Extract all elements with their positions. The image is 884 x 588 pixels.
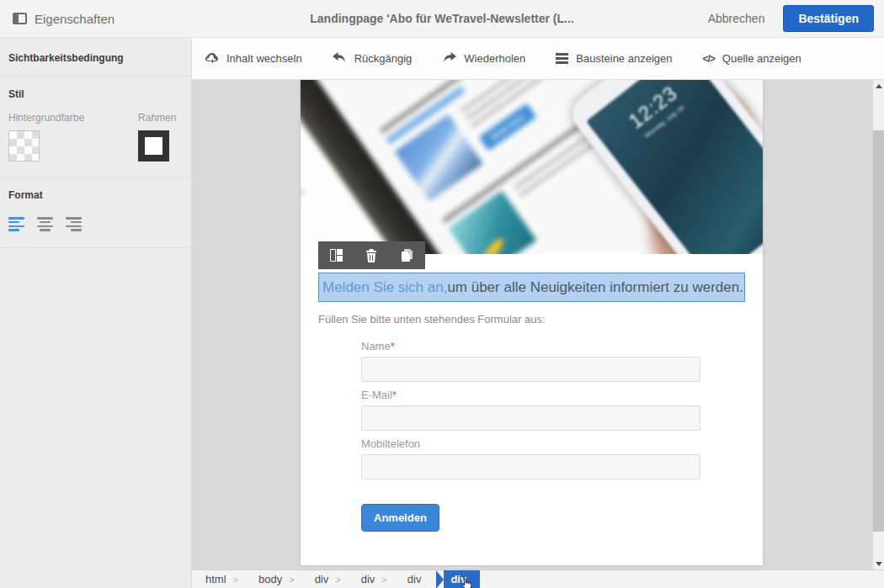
scrollbar-thumb[interactable] xyxy=(873,130,884,532)
redo-button[interactable]: Wiederholen xyxy=(442,52,525,65)
undo-button[interactable]: Rückgängig xyxy=(333,52,413,65)
properties-sidebar: Sichtbarkeitsbedingung Stil Hintergrundf… xyxy=(0,38,192,588)
hero-image[interactable]: Read more xyxy=(301,80,763,254)
breadcrumb-item-body[interactable]: body> xyxy=(245,570,301,588)
editor-canvas: Read more xyxy=(192,80,884,569)
dom-path-breadcrumb: html> body> div> div> div div xyxy=(192,569,884,588)
style-section: Stil Hintergrundfarbe Rahmen xyxy=(0,77,191,177)
background-color-swatch[interactable] xyxy=(8,130,40,162)
signup-form: Name* E-Mail* Mobiltelefon Anmelden xyxy=(361,340,700,532)
properties-panel-label: Eigenschaften xyxy=(35,12,114,26)
breadcrumb-separator: > xyxy=(328,575,340,585)
format-section: Format xyxy=(0,177,191,248)
properties-panel-toggle[interactable]: Eigenschaften xyxy=(0,12,114,26)
submit-button[interactable]: Anmelden xyxy=(361,504,439,532)
selected-heading-block[interactable]: Melden Sie sich an, um über alle Neuigke… xyxy=(318,273,745,302)
name-field[interactable] xyxy=(361,357,700,382)
blocks-icon xyxy=(556,53,568,64)
name-field-label: Name* xyxy=(361,340,700,352)
required-asterisk: * xyxy=(391,340,395,352)
copy-icon[interactable] xyxy=(400,248,414,262)
style-section-title: Stil xyxy=(8,88,183,100)
scroll-up-arrow[interactable] xyxy=(873,80,884,92)
heading-rest-text: um über alle Neuigkeiten informiert zu w… xyxy=(447,279,743,296)
align-left-icon[interactable] xyxy=(8,216,24,232)
align-center-icon[interactable] xyxy=(37,216,53,232)
source-code-icon: </> xyxy=(702,53,714,65)
show-source-button[interactable]: </> Quelle anzeigen xyxy=(702,52,801,65)
breadcrumb-item-div-1[interactable]: div> xyxy=(301,570,348,588)
cancel-button[interactable]: Abbrechen xyxy=(708,12,765,25)
layout-icon[interactable] xyxy=(329,248,343,262)
swap-content-icon xyxy=(205,52,219,66)
background-color-label: Hintergrundfarbe xyxy=(8,112,84,124)
breadcrumb-separator: > xyxy=(375,575,386,585)
show-blocks-button[interactable]: Bausteine anzeigen xyxy=(556,52,672,65)
block-overlay-toolbar xyxy=(318,241,425,269)
hand-cursor-icon xyxy=(461,577,473,588)
top-bar: Eigenschaften Landingpage 'Abo für WeTra… xyxy=(0,0,884,38)
breadcrumb-item-html[interactable]: html> xyxy=(192,570,245,588)
breadcrumb-active-arrow xyxy=(436,570,444,588)
breadcrumb-separator: > xyxy=(282,575,294,585)
form-intro-text[interactable]: Füllen Sie bitte unten stehendes Formula… xyxy=(318,313,745,326)
breadcrumb-item-div-4-active[interactable]: div xyxy=(444,570,480,588)
visibility-condition-section[interactable]: Sichtbarkeitsbedingung xyxy=(0,38,191,77)
hero-read-more-button: Read more xyxy=(478,103,536,151)
page-document[interactable]: Read more xyxy=(301,80,763,565)
show-blocks-label: Bausteine anzeigen xyxy=(576,52,672,65)
border-label: Rahmen xyxy=(138,112,176,124)
switch-content-label: Inhalt wechseln xyxy=(226,52,302,65)
breadcrumb-item-div-2[interactable]: div> xyxy=(348,570,394,588)
heading-link-text: Melden Sie sich an, xyxy=(322,279,447,296)
undo-label: Rückgängig xyxy=(354,52,413,65)
redo-label: Wiederholen xyxy=(464,52,525,65)
email-field-label: E-Mail* xyxy=(361,389,700,401)
format-section-title: Format xyxy=(8,189,183,201)
page-title: Landingpage 'Abo für WeTravel-Newsletter… xyxy=(310,12,573,25)
editor-toolbar: Inhalt wechseln Rückgängig Wiederholen B… xyxy=(192,38,884,80)
mobile-field-label: Mobiltelefon xyxy=(361,437,700,450)
properties-panel-icon xyxy=(13,13,27,24)
mobile-field[interactable] xyxy=(361,454,700,479)
redo-icon xyxy=(442,52,456,65)
border-swatch[interactable] xyxy=(138,130,169,162)
required-asterisk: * xyxy=(392,389,397,401)
switch-content-button[interactable]: Inhalt wechseln xyxy=(205,52,302,66)
email-field[interactable] xyxy=(361,405,700,431)
breadcrumb-separator: > xyxy=(226,575,238,585)
undo-icon xyxy=(333,52,347,65)
scroll-down-arrow[interactable] xyxy=(873,558,884,569)
trash-icon[interactable] xyxy=(365,248,379,262)
vertical-scrollbar[interactable] xyxy=(873,80,884,569)
confirm-button[interactable]: Bestätigen xyxy=(783,5,874,32)
show-source-label: Quelle anzeigen xyxy=(722,52,801,65)
align-right-icon[interactable] xyxy=(66,216,82,232)
breadcrumb-item-div-3[interactable]: div xyxy=(394,570,429,588)
